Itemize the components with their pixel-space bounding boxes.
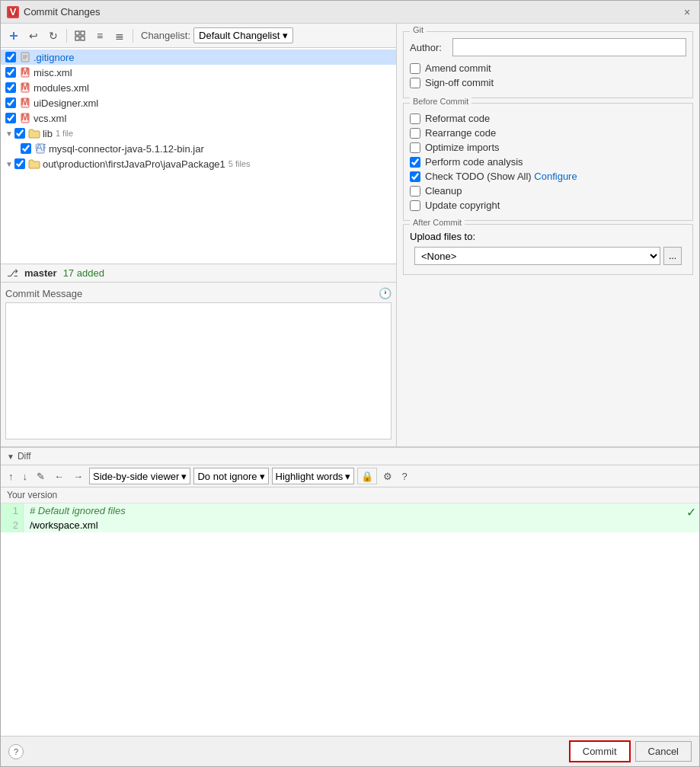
before-commit-title: Before Commit (410, 97, 471, 106)
refresh-button[interactable]: ↻ (45, 27, 62, 44)
collapse-all-button[interactable]: ≣ (111, 27, 128, 44)
amend-checkbox[interactable] (410, 63, 420, 74)
optimize-label: Optimize imports (425, 142, 500, 153)
tree-item-misc[interactable]: M misc.xml (1, 65, 396, 80)
upload-more-button[interactable]: ... (663, 247, 682, 265)
author-label: Author: (410, 42, 448, 53)
copyright-row: Update copyright (410, 200, 686, 211)
lib-expand-arrow: ▼ (5, 129, 13, 138)
expand-all-button[interactable]: ≡ (91, 27, 108, 44)
tree-item-uidesigner[interactable]: M uiDesigner.xml (1, 95, 396, 110)
diff-up-button[interactable]: ↑ (5, 468, 17, 484)
tree-item-vcs[interactable]: M vcs.xml (1, 110, 396, 126)
tree-label-misc: misc.xml (34, 67, 72, 78)
checkbox-out[interactable] (14, 158, 25, 169)
changelist-dropdown[interactable]: Default Changelist ▾ (193, 27, 293, 43)
top-area: ↩ ↻ ≡ ≣ Changelist: Default Changelist ▾ (1, 24, 699, 446)
author-row: Author: (410, 38, 686, 56)
checkbox-lib[interactable] (14, 128, 25, 139)
commit-changes-window: V Commit Changes × ↩ ↻ (0, 0, 700, 767)
viewer-dropdown[interactable]: Side-by-side viewer ▾ (89, 468, 190, 484)
diff-settings-button[interactable]: ⚙ (380, 468, 395, 484)
ignore-value: Do not ignore (197, 471, 257, 482)
gitignore-icon (19, 51, 31, 63)
rearrange-label: Rearrange code (425, 127, 496, 139)
amend-label: Amend commit (425, 62, 491, 74)
cancel-button[interactable]: Cancel (635, 741, 692, 762)
before-commit-section: Before Commit Reformat code Rearrange co… (403, 103, 693, 221)
author-input[interactable] (452, 38, 686, 56)
optimize-row: Optimize imports (410, 142, 686, 153)
tree-item-out[interactable]: ▼ out\production\firstJavaPro\javaPackag… (1, 156, 396, 171)
diff-collapse-arrow[interactable]: ▼ (7, 452, 14, 461)
svg-text:M: M (21, 82, 30, 92)
commit-message-input[interactable] (5, 302, 392, 439)
bottom-left: ? (8, 744, 24, 759)
svg-text:V: V (10, 7, 17, 18)
checkbox-modules[interactable] (5, 82, 16, 93)
diff-line-num-2: 2 (1, 518, 24, 532)
diff-help-button[interactable]: ? (398, 468, 410, 484)
reformat-checkbox[interactable] (410, 113, 420, 124)
your-version-label: Your version (1, 487, 699, 503)
added-count: 17 added (63, 267, 104, 279)
tree-label-modules: modules.xml (34, 82, 89, 94)
diff-prev-button[interactable]: ← (51, 468, 67, 484)
todo-label: Check TODO (Show All) Configure (425, 171, 577, 182)
git-section-title: Git (410, 25, 427, 34)
checkbox-mysql[interactable] (21, 143, 31, 154)
viewer-value: Side-by-side viewer (93, 471, 179, 482)
checkbox-misc[interactable] (5, 67, 16, 78)
mysql-icon: JAR (34, 142, 46, 155)
todo-checkbox[interactable] (410, 171, 420, 182)
copyright-label: Update copyright (425, 200, 500, 211)
ignore-dropdown[interactable]: Do not ignore ▾ (193, 468, 268, 484)
tree-item-mysql[interactable]: JAR mysql-connector-java-5.1.12-bin.jar (1, 141, 396, 156)
analyze-checkbox[interactable] (410, 157, 420, 168)
close-button[interactable]: × (681, 6, 693, 18)
diff-content: Your version 1 # Default ignored files ✓… (1, 487, 699, 736)
copyright-checkbox[interactable] (410, 200, 420, 211)
optimize-checkbox[interactable] (410, 142, 420, 153)
cleanup-checkbox[interactable] (410, 186, 420, 197)
diff-area: ▼ Diff ↑ ↓ ✎ ← → Side-by-side viewer ▾ D… (1, 446, 699, 736)
diff-line-1: 1 # Default ignored files ✓ (1, 503, 699, 518)
configure-link[interactable]: Configure (534, 171, 577, 182)
tree-label-mysql: mysql-connector-java-5.1.12-bin.jar (49, 143, 204, 155)
tree-item-modules[interactable]: M modules.xml (1, 80, 396, 95)
diff-down-button[interactable]: ↓ (20, 468, 31, 484)
after-commit-title: After Commit (410, 218, 465, 227)
app-icon: V (7, 6, 19, 18)
commit-button[interactable]: Commit (569, 740, 631, 762)
viewer-arrow: ▾ (181, 471, 187, 482)
diff-next-button[interactable]: → (70, 468, 86, 484)
tree-item-lib[interactable]: ▼ lib 1 file (1, 126, 396, 141)
separator-2 (133, 29, 133, 43)
help-button[interactable]: ? (8, 744, 24, 759)
rearrange-checkbox[interactable] (410, 128, 420, 139)
undo-button[interactable]: ↩ (25, 27, 42, 44)
commit-message-section: Commit Message 🕐 (1, 282, 396, 446)
svg-text:JAR: JAR (35, 143, 46, 153)
branch-icon: ⎇ (7, 267, 18, 279)
checkbox-vcs[interactable] (5, 113, 16, 123)
svg-text:M: M (21, 67, 30, 77)
diff-line-2: 2 /workspace.xml (1, 518, 699, 532)
tree-item-gitignore[interactable]: .gitignore (1, 50, 396, 65)
signoff-row: Sign-off commit (410, 77, 686, 88)
diff-line-content-2: /workspace.xml (24, 518, 699, 532)
tree-label-out: out\production\firstJavaPro\javaPackage1 (43, 158, 225, 170)
upload-select[interactable]: <None> (414, 247, 660, 265)
signoff-checkbox[interactable] (410, 78, 420, 88)
group-button[interactable] (72, 27, 88, 44)
checkbox-uidesigner[interactable] (5, 97, 16, 108)
separator-1 (66, 29, 67, 43)
svg-rect-7 (81, 37, 85, 40)
checkbox-gitignore[interactable] (5, 52, 16, 62)
diff-edit-button[interactable]: ✎ (34, 468, 48, 484)
highlight-dropdown[interactable]: Highlight words ▾ (272, 468, 355, 484)
add-button[interactable] (5, 27, 22, 44)
reformat-row: Reformat code (410, 113, 686, 124)
tree-label-vcs: vcs.xml (34, 113, 66, 124)
diff-lock-button[interactable]: 🔒 (357, 468, 377, 484)
